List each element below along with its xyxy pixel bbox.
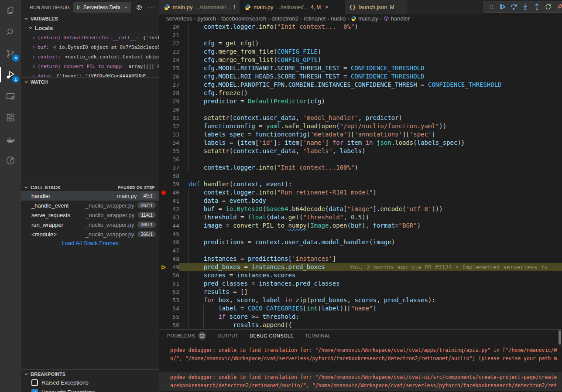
breakpoint-margin[interactable]	[159, 39, 168, 48]
code-line-content[interactable]: results.append({	[179, 321, 562, 329]
breakpoint-margin[interactable]	[159, 180, 168, 188]
code-line[interactable]: 50 scores = instances.scores	[159, 271, 562, 280]
call-stack-section-header[interactable]: CALL STACK PAUSED ON STEP	[21, 183, 159, 191]
code-line[interactable]: 22 cfg = get_cfg()	[159, 39, 562, 48]
breakpoint-margin[interactable]	[159, 296, 168, 304]
code-line[interactable]: 51 pred_classes = instances.pred_classes	[159, 280, 562, 288]
panel-scrollbar[interactable]	[559, 331, 561, 344]
activity-source-control[interactable]: 8	[0, 43, 21, 64]
code-line-content[interactable]: results = []	[179, 288, 562, 296]
code-line[interactable]: 27 cfg.MODEL.PANOPTIC_FPN.COMBINE.INSTAN…	[159, 81, 562, 89]
code-line[interactable]: 21	[159, 31, 562, 39]
code-line-content[interactable]: cfg.freeze()	[179, 89, 562, 97]
code-line[interactable]: 41 data = event.body	[159, 197, 562, 205]
activity-search[interactable]	[0, 21, 21, 43]
breakpoint-margin[interactable]	[159, 122, 168, 130]
breakpoints-section-header[interactable]: BREAKPOINTS	[21, 369, 159, 378]
code-line[interactable]: 53 for box, score, label in zip(pred_box…	[159, 296, 562, 304]
panel-tab-problems[interactable]: PROBLEMS12	[167, 330, 206, 342]
breakpoint-margin[interactable]	[159, 288, 168, 296]
breadcrumb-item[interactable]: retinanet	[304, 15, 326, 22]
close-icon[interactable]: ×	[325, 4, 329, 10]
breakpoint-margin[interactable]	[159, 89, 168, 97]
code-line-content[interactable]: pred_boxes = instances.pred_boxesYou, 2 …	[179, 263, 562, 271]
step-over-icon[interactable]	[509, 2, 519, 12]
editor-tab[interactable]: main.py.../retinanet/...4, M×	[240, 0, 345, 14]
code-line[interactable]: 26 cfg.MODEL.ROI_HEADS.SCORE_THRESH_TEST…	[159, 72, 562, 81]
activity-extensions[interactable]	[0, 107, 21, 128]
breadcrumb-item[interactable]: detectron2	[271, 15, 298, 22]
code-line[interactable]: 31 setattr(context.user_data, 'model_han…	[159, 114, 562, 122]
breakpoint-margin[interactable]	[159, 164, 168, 172]
stack-frame-row[interactable]: run_wrapper_nuclio_wrapper.py360:1	[21, 220, 159, 229]
breakpoint-margin[interactable]	[159, 56, 168, 64]
breadcrumb-item[interactable]: nuclio	[331, 15, 346, 22]
debug-console-output[interactable]: pydev debugger: unable to find translati…	[159, 343, 562, 392]
code-line[interactable]: 37 context.logger.info("Init context...1…	[159, 164, 562, 172]
code-line-content[interactable]	[179, 230, 562, 238]
code-line-content[interactable]: scores = instances.scores	[179, 271, 562, 280]
editor-tab[interactable]: main.py.../siammask/...1	[159, 0, 240, 14]
settings-gear-icon[interactable]	[135, 3, 144, 12]
code-line[interactable]: 24 cfg.merge_from_list(CONFIG_OPTS)	[159, 56, 562, 64]
variable-row[interactable]: data: {'image': 'iVBORw0KGgoAAAANSUhE…	[21, 71, 159, 77]
code-line-content[interactable]: cfg.MODEL.RETINANET.SCORE_THRESH_TEST = …	[179, 64, 562, 72]
code-line-content[interactable]: functionconfig = yaml.safe_load(open("/o…	[179, 122, 562, 130]
breakpoint-icon[interactable]	[161, 191, 166, 195]
code-line[interactable]: 40 context.logger.info("Run retinanet-R1…	[159, 188, 562, 197]
code-line-content[interactable]: def handler(context, event):	[179, 180, 562, 188]
code-line[interactable]: 52 results = []	[159, 288, 562, 296]
code-line[interactable]: 34 labels = {item['id']: item['name'] fo…	[159, 139, 562, 147]
breakpoint-margin[interactable]	[159, 106, 168, 114]
code-line-content[interactable]: cfg.MODEL.ROI_HEADS.SCORE_THRESH_TEST = …	[179, 72, 562, 81]
variable-row[interactable]: context: <nuclio_sdk.context.Context obj…	[21, 52, 159, 61]
breakpoint-margin[interactable]	[159, 48, 168, 56]
breakpoint-margin[interactable]	[159, 230, 168, 238]
activity-remote-explorer[interactable]	[0, 85, 21, 107]
console-message-block[interactable]: pydev debugger: unable to find translati…	[159, 372, 562, 391]
more-actions-icon[interactable]: ···	[147, 3, 156, 12]
code-line[interactable]: 39def handler(context, event):	[159, 180, 562, 188]
breakpoint-margin[interactable]	[159, 213, 168, 222]
code-line[interactable]: 46 predictions = context.user_data.model…	[159, 238, 562, 246]
variables-section-header[interactable]: VARIABLES	[21, 14, 159, 23]
code-line[interactable]: 49 pred_boxes = instances.pred_boxesYou,…	[159, 263, 562, 271]
stack-frame-row[interactable]: <module>_nuclio_wrapper.py366:1	[21, 229, 159, 239]
code-line-content[interactable]: instances = predictions['instances']	[179, 255, 562, 263]
code-line-content[interactable]: if score >= threshold:	[179, 313, 562, 321]
breakpoint-margin[interactable]	[159, 321, 168, 329]
breakpoint-margin[interactable]	[159, 188, 168, 197]
checkbox-checked[interactable]: ✓	[31, 389, 38, 392]
code-line-content[interactable]: cfg = get_cfg()	[179, 39, 562, 48]
code-line-content[interactable]: predictor = DefaultPredictor(cfg)	[179, 97, 562, 106]
code-line[interactable]: 35 setattr(context.user_data, "labels", …	[159, 147, 562, 155]
breakpoint-margin[interactable]	[159, 280, 168, 288]
breadcrumb-symbol[interactable]: handler	[384, 15, 410, 22]
code-line[interactable]: 38	[159, 172, 562, 180]
breakpoint-margin[interactable]	[159, 255, 168, 263]
load-all-stack-frames-link[interactable]: Load All Stack Frames	[21, 240, 159, 246]
stack-frame-row[interactable]: _handle_event_nuclio_wrapper.py262:1	[21, 201, 159, 210]
breakpoint-margin[interactable]	[159, 222, 168, 230]
code-line[interactable]: 30	[159, 106, 562, 114]
code-line[interactable]: 45	[159, 230, 562, 238]
drag-handle-icon[interactable]	[486, 2, 496, 12]
code-line[interactable]: 28 cfg.freeze()	[159, 89, 562, 97]
code-line-content[interactable]: labels_spec = functionconfig['metadata']…	[179, 130, 562, 139]
code-line[interactable]: 29 predictor = DefaultPredictor(cfg)	[159, 97, 562, 106]
breakpoint-margin[interactable]	[159, 72, 168, 81]
watch-section-header[interactable]: WATCH	[21, 77, 159, 86]
code-line[interactable]: 54 label = COCO_CATEGORIES[int(label)]["…	[159, 304, 562, 313]
breakpoint-margin[interactable]	[159, 155, 168, 164]
code-line[interactable]: 36	[159, 155, 562, 164]
breakpoint-margin[interactable]	[159, 130, 168, 139]
code-line-content[interactable]: context.logger.info("Init context... 0%"…	[179, 23, 562, 31]
code-line[interactable]: 56 results.append({	[159, 321, 562, 329]
code-line-content[interactable]: context.logger.info("Run retinanet-R101 …	[179, 188, 562, 197]
code-line-content[interactable]: setattr(context.user_data, 'model_handle…	[179, 114, 562, 122]
launch-config-dropdown[interactable]: Serverless Debu	[73, 2, 131, 13]
checkbox-unchecked[interactable]	[31, 379, 38, 386]
breakpoint-margin[interactable]	[159, 197, 168, 205]
panel-tab-output[interactable]: OUTPUT	[217, 330, 238, 342]
code-line-content[interactable]: data = event.body	[179, 197, 562, 205]
